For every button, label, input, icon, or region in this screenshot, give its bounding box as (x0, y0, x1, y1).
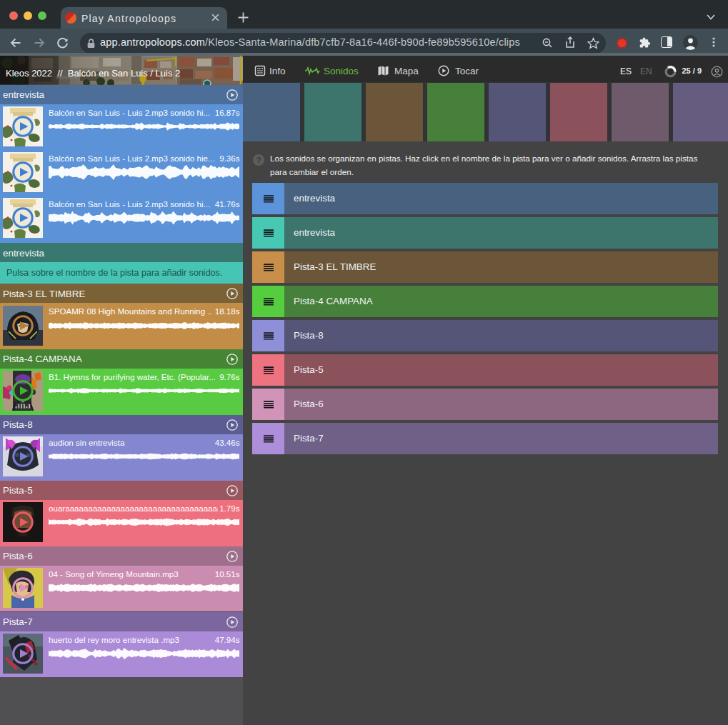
svg-text:aña: aña (15, 400, 31, 411)
svg-text:Kleos 2022 // Balcón en San: Kleos 2022 // Balcón en San Luis / Luis … (6, 68, 180, 79)
